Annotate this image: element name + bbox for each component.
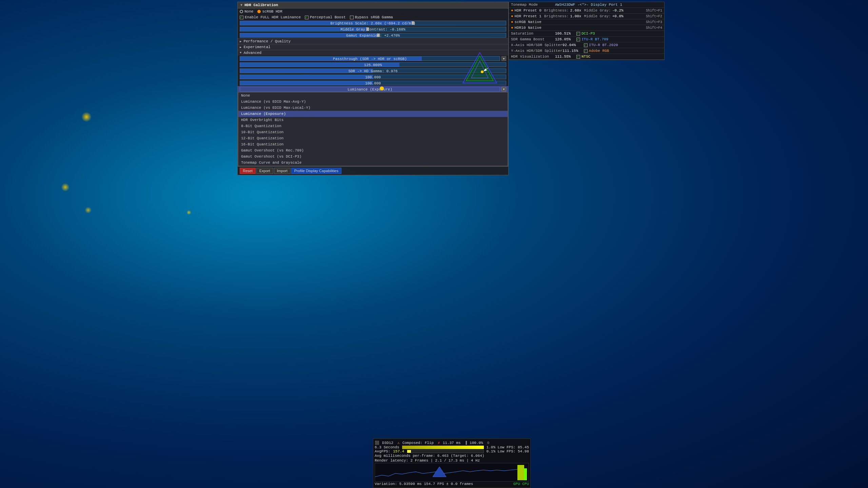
sdr-fill (240, 69, 373, 73)
tonemap-mode-label: Tonemap Mode (511, 3, 555, 7)
performance-graph (375, 463, 529, 482)
low-fps-1-label: 1.0% Low FPS: 85.45 (487, 445, 529, 449)
preset-scrgb-bullet: ● (511, 20, 513, 24)
y-axis-label: Y-Axis HDR/SDR Splitter (511, 49, 563, 53)
passthrough-fill (240, 57, 422, 61)
saturation-metric-value: 106.51% (555, 32, 574, 36)
middle-gray-slider[interactable]: Middle Gray Contrast: -0.168% (240, 27, 506, 32)
gamut-svg (461, 51, 498, 88)
dropdown-item-12bit[interactable]: 12-Bit Quantization (238, 135, 508, 141)
radio-none[interactable]: None (240, 9, 253, 14)
preset-hdr0-row: ● HDR Preset 0 Brightness: 2.60x Middle … (509, 8, 664, 14)
dropdown-item-10bit[interactable]: 10-Bit Quantization (238, 129, 508, 135)
preset-hdr1-key: Shift+F2 (646, 15, 662, 18)
middle-gray-row: Middle Gray Contrast: -0.168% (238, 26, 508, 32)
tonemap-mode-value: AW3423DWF -<*>- Display Port 1 (555, 3, 623, 7)
export-button[interactable]: Export (256, 168, 273, 174)
fps-bar-row: 6.3 Seconds 1.0% Low FPS: 85.45 (375, 445, 529, 449)
seconds-label: 6.3 Seconds (375, 445, 399, 449)
light-spot (186, 210, 191, 215)
dropdown-item-8bit[interactable]: 8-Bit Quantization (238, 123, 508, 129)
radio-none-label: None (244, 9, 253, 14)
panel-header: ▼ HDR Calibration (238, 2, 508, 8)
dropdown-item-gamut-dcip3[interactable]: Gamut Overshoot (vs DCI-P3) (238, 154, 508, 160)
performance-quality-header[interactable]: ▶ Performance / Quality (238, 38, 508, 44)
gamut-triangle-display (461, 51, 498, 88)
gamut-expansion-thumb[interactable] (377, 34, 380, 37)
graph-svg (375, 463, 529, 482)
gamut-expansion-slider[interactable]: Gamut Expansion: +2.470% (240, 33, 506, 38)
reset-button[interactable]: Reset (240, 168, 256, 174)
stats-panel: ⬛ D3D12 ⚠ Composed: Flip ✗ 11.37 ms ▐ 10… (373, 439, 531, 488)
adv-collapse-icon: ▼ (240, 51, 241, 55)
render-latency-row: Render latency: 2 Frames | 2.1 / 17.3 ms… (375, 458, 529, 463)
bt709-label: ITU-R BT.709 (581, 37, 608, 41)
cb-perceptual[interactable]: Perceptual Boost (305, 15, 346, 19)
preset-hdr1-label: HDR Preset 1 (515, 14, 541, 18)
sdr-gamma-row: SDR Gamma Boost 126.05% ITU-R BT.709 (509, 37, 664, 42)
performance-quality-label: Performance / Quality (243, 39, 291, 43)
x-axis-row: X-Axis HDR/SDR Splitter 92.04% ITU-R BT.… (509, 42, 664, 48)
cb-perceptual-label: Perceptual Boost (310, 15, 346, 19)
dci-p3-label: DCI-P3 (581, 32, 595, 36)
y-axis-row: Y-Axis HDR/SDR Splitter 111.15% Adobe RG… (509, 48, 664, 54)
y-axis-value: 111.15% (563, 49, 581, 53)
luminance-dropdown-btn[interactable]: ▼ (501, 87, 506, 92)
preset-hdr10-row: ● HDR10 Native Shift+F4 (509, 25, 664, 31)
zero-label: 0 (487, 441, 490, 445)
ntsc-label: NTSC (581, 55, 590, 59)
cb-bypass-srgb[interactable]: Bypass sRGB Gamma (350, 15, 393, 19)
percent-label: 100.0% (470, 441, 483, 445)
value1-fill (240, 75, 373, 79)
import-button[interactable]: Import (274, 168, 291, 174)
brightness-thumb[interactable] (412, 21, 414, 25)
brightness-scale-slider[interactable]: Brightness Scale: 2.60x (~694.2 cd/m²) (240, 21, 506, 25)
sdr-gamma-cb[interactable] (576, 38, 580, 41)
hdr-viz-cb[interactable] (576, 55, 580, 59)
profile-display-button[interactable]: Profile Display Capabilities (291, 168, 341, 174)
exp-collapse-icon: ▶ (240, 45, 241, 49)
cb-full-hdr-label: Enable FULL HDR Luminance (245, 15, 301, 19)
collapse-icon[interactable]: ▼ (240, 3, 242, 7)
preset-hdr1-brightness-label: Brightness: (544, 14, 569, 18)
graph-bar-yellow (517, 465, 524, 480)
preset-scrgb-label: scRGB Native (515, 20, 541, 24)
preset-hdr0-label: HDR Preset 0 (515, 8, 541, 13)
right-tonemap-panel: Tonemap Mode AW3423DWF -<*>- Display Por… (509, 2, 665, 60)
middle-gray-thumb[interactable] (366, 27, 369, 31)
radio-none-indicator (240, 10, 243, 13)
graph-line-blue (375, 469, 524, 477)
cb-full-hdr[interactable]: Enable FULL HDR Luminance (240, 15, 301, 19)
dropdown-item-tonemap-curve[interactable]: Tonemap Curve and Grayscale (238, 160, 508, 166)
preset-hdr1-mid-val: +0.0% (612, 14, 624, 18)
preset-hdr1-brightness-val: 1.00x (570, 14, 581, 18)
checkbox-row: Enable FULL HDR Luminance Perceptual Boo… (238, 15, 508, 20)
saturation-cb[interactable] (576, 32, 580, 36)
preset-hdr10-bullet: ● (511, 26, 513, 30)
dropdown-item-16bit[interactable]: 16-Bit Quantization (238, 141, 508, 147)
middle-gray-fill (240, 27, 368, 31)
dropdown-item-none[interactable]: None (238, 93, 508, 99)
dropdown-item-hdr-bits[interactable]: HDR Overbright Bits (238, 117, 508, 123)
saturation-metric-row: Saturation 106.51% DCI-P3 (509, 31, 664, 37)
y-axis-cb[interactable] (584, 49, 588, 53)
dropdown-item-lum-local[interactable]: Luminance (vs EDID Max-Local-Y) (238, 105, 508, 111)
luminance-dropdown-list: None Luminance (vs EDID Max-Avg-Y) Lumin… (238, 92, 508, 166)
dropdown-item-gamut-rec709[interactable]: Gamut Overshoot (vs Rec.709) (238, 147, 508, 154)
preset-scrgb-key: Shift+F3 (646, 20, 662, 24)
brightness-scale-row: Brightness Scale: 2.60x (~694.2 cd/m²) (238, 20, 508, 26)
avg-fps-bar-fill (407, 450, 411, 453)
experimental-label: Experimental (243, 45, 270, 49)
avg-ms-label: Avg milliseconds per-frame: 6.463 (Targe… (375, 454, 484, 458)
avg-fps-label: AvgFPS: (375, 449, 390, 453)
preset-scrgb-row: ● scRGB Native Shift+F3 (509, 19, 664, 25)
bt2020-label: ITU-R BT.2020 (589, 43, 618, 47)
experimental-header[interactable]: ▶ Experimental (238, 44, 508, 50)
dropdown-item-lum-avg[interactable]: Luminance (vs EDID Max-Avg-Y) (238, 99, 508, 105)
light-spot (61, 183, 70, 191)
dropdown-item-lum-exposure[interactable]: Luminance (Exposure) (238, 111, 508, 117)
radio-scrgb[interactable]: scRGB HDR (257, 9, 282, 14)
warning-icon: ⚠ (397, 441, 400, 445)
x-axis-cb[interactable] (584, 43, 588, 47)
passthrough-dropdown-btn[interactable]: ▼ (501, 56, 506, 61)
